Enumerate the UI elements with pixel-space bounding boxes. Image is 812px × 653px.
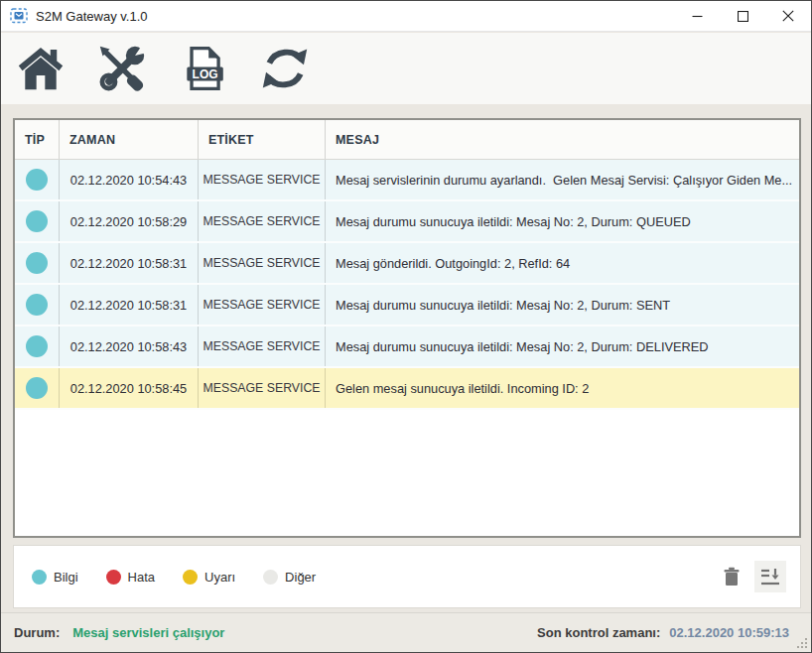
status-durum-label: Durum:	[14, 625, 60, 640]
table-row[interactable]: 02.12.2020 10:58:31 MESSAGE SERVICE Mesa…	[15, 285, 799, 326]
row-time-cell: 02.12.2020 10:58:31	[60, 285, 199, 325]
scroll-to-bottom-icon	[759, 566, 781, 588]
log-file-icon: LOG	[179, 43, 228, 94]
refresh-button[interactable]	[257, 41, 313, 96]
row-message-cell: Gelen mesaj sunucuya iletildi. Incoming …	[326, 368, 799, 408]
title-bar: S2M Gateway v.1.0	[1, 1, 811, 32]
main-toolbar: LOG	[1, 33, 811, 104]
table-row-selected[interactable]: 02.12.2020 10:58:45 MESSAGE SERVICE Gele…	[15, 368, 799, 410]
legend-item-hata[interactable]: Hata	[106, 570, 155, 585]
column-header-tip[interactable]: TİP	[15, 120, 60, 159]
info-dot-icon	[26, 377, 48, 399]
settings-tools-button[interactable]	[94, 41, 150, 96]
last-check-label: Son kontrol zamanı:	[537, 625, 660, 640]
legend-label: Hata	[128, 570, 155, 585]
row-message-cell: Mesaj durumu sunucuya iletildi: Mesaj No…	[326, 201, 799, 241]
row-tag-cell: MESSAGE SERVICE	[199, 160, 326, 199]
hata-dot-icon	[106, 570, 121, 585]
refresh-icon	[258, 43, 312, 94]
uyari-dot-icon	[183, 570, 198, 585]
table-row[interactable]: 02.12.2020 10:54:43 MESSAGE SERVICE Mesa…	[15, 160, 799, 201]
panel-actions	[723, 561, 786, 592]
status-durum-value: Mesaj servisleri çalışıyor	[72, 625, 224, 640]
table-row[interactable]: 02.12.2020 10:58:43 MESSAGE SERVICE Mesa…	[15, 326, 799, 368]
info-dot-icon	[26, 252, 48, 274]
row-time-cell: 02.12.2020 10:58:45	[60, 368, 199, 408]
close-icon	[782, 10, 794, 22]
row-type-cell	[15, 201, 60, 241]
row-type-cell	[15, 368, 60, 408]
app-logo-icon	[10, 7, 28, 25]
legend-label: Uyarı	[204, 570, 235, 585]
trash-icon	[723, 567, 741, 587]
bilgi-dot-icon	[32, 570, 47, 585]
window-controls	[674, 1, 811, 31]
legend-label: Bilgi	[54, 570, 78, 585]
table-row[interactable]: 02.12.2020 10:58:29 MESSAGE SERVICE Mesa…	[15, 201, 799, 243]
legend-panel: Bilgi Hata Uyarı Diğer	[13, 545, 801, 608]
maximize-icon	[738, 11, 748, 22]
legend-items: Bilgi Hata Uyarı Diğer	[32, 570, 316, 585]
row-tag-cell: MESSAGE SERVICE	[199, 201, 326, 241]
table-row[interactable]: 02.12.2020 10:58:31 MESSAGE SERVICE Mesa…	[15, 243, 799, 285]
minimize-icon	[692, 11, 703, 22]
info-dot-icon	[26, 335, 48, 357]
clear-log-button[interactable]	[723, 567, 741, 587]
row-type-cell	[15, 160, 60, 199]
log-table: TİP ZAMAN ETİKET MESAJ 02.12.2020 10:54:…	[13, 118, 801, 538]
row-time-cell: 02.12.2020 10:58:29	[60, 201, 199, 241]
info-dot-icon	[26, 294, 48, 316]
column-header-etiket[interactable]: ETİKET	[199, 120, 326, 159]
log-icon-text: LOG	[193, 67, 218, 81]
legend-item-uyari[interactable]: Uyarı	[183, 570, 235, 585]
legend-item-diger[interactable]: Diğer	[263, 570, 316, 585]
close-button[interactable]	[765, 1, 811, 31]
scroll-to-bottom-button[interactable]	[754, 561, 786, 592]
diger-dot-icon	[263, 570, 278, 585]
row-message-cell: Mesaj servislerinin durumu ayarlandı. Ge…	[326, 160, 799, 199]
status-right: Son kontrol zamanı: 02.12.2020 10:59:13	[537, 625, 789, 640]
resize-grip[interactable]	[796, 637, 808, 649]
row-time-cell: 02.12.2020 10:54:43	[60, 160, 199, 199]
row-time-cell: 02.12.2020 10:58:31	[60, 243, 199, 283]
row-time-cell: 02.12.2020 10:58:43	[60, 326, 199, 366]
row-message-cell: Mesaj durumu sunucuya iletildi: Mesaj No…	[326, 326, 799, 366]
row-message-cell: Mesaj gönderildi. OutgoingId: 2, RefId: …	[326, 243, 799, 283]
status-bar: Durum: Mesaj servisleri çalışıyor Son ko…	[1, 612, 811, 652]
legend-label: Diğer	[285, 570, 316, 585]
minimize-button[interactable]	[674, 1, 720, 31]
home-button[interactable]	[13, 41, 68, 96]
window-title: S2M Gateway v.1.0	[36, 9, 147, 24]
log-table-header: TİP ZAMAN ETİKET MESAJ	[15, 120, 799, 160]
info-dot-icon	[26, 169, 48, 191]
row-type-cell	[15, 243, 60, 283]
maximize-button[interactable]	[720, 1, 765, 31]
row-message-cell: Mesaj durumu sunucuya iletildi: Mesaj No…	[326, 285, 799, 325]
last-check-value: 02.12.2020 10:59:13	[669, 625, 789, 640]
tools-icon	[94, 43, 150, 94]
row-tag-cell: MESSAGE SERVICE	[199, 368, 326, 408]
row-tag-cell: MESSAGE SERVICE	[199, 243, 326, 283]
status-left: Durum: Mesaj servisleri çalışıyor	[14, 625, 224, 640]
home-icon	[15, 43, 67, 94]
app-window: S2M Gateway v.1.0	[0, 0, 812, 653]
row-tag-cell: MESSAGE SERVICE	[199, 285, 326, 325]
log-file-button[interactable]: LOG	[176, 41, 231, 96]
legend-item-bilgi[interactable]: Bilgi	[32, 570, 78, 585]
row-type-cell	[15, 285, 60, 325]
row-tag-cell: MESSAGE SERVICE	[199, 326, 326, 366]
column-header-zaman[interactable]: ZAMAN	[60, 120, 199, 159]
info-dot-icon	[26, 210, 48, 232]
column-header-mesaj[interactable]: MESAJ	[326, 120, 799, 159]
row-type-cell	[15, 326, 60, 366]
